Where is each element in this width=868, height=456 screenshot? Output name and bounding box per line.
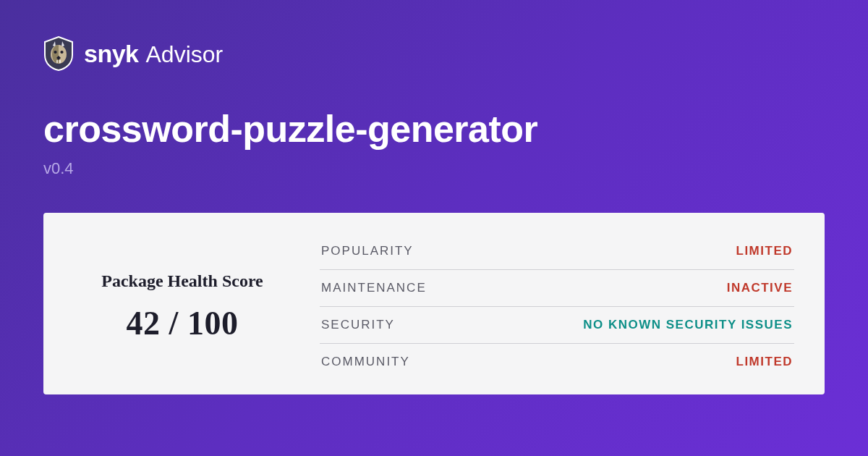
metric-row-security: SECURITY NO KNOWN SECURITY ISSUES xyxy=(320,307,794,344)
package-name: crossword-puzzle-generator xyxy=(43,107,825,151)
brand-text: snyk Advisor xyxy=(84,40,223,68)
metric-label: POPULARITY xyxy=(321,244,414,258)
health-card: Package Health Score 42 / 100 POPULARITY… xyxy=(43,213,825,394)
metric-row-maintenance: MAINTENANCE INACTIVE xyxy=(320,270,794,307)
snyk-logo-icon xyxy=(43,36,74,71)
metric-value: INACTIVE xyxy=(727,281,793,295)
svg-point-1 xyxy=(54,51,56,54)
metric-row-popularity: POPULARITY LIMITED xyxy=(320,233,794,270)
metrics-list: POPULARITY LIMITED MAINTENANCE INACTIVE … xyxy=(320,233,794,380)
score-block: Package Health Score 42 / 100 xyxy=(74,233,291,380)
metric-label: MAINTENANCE xyxy=(321,281,427,295)
svg-point-2 xyxy=(60,51,63,54)
score-value: 42 / 100 xyxy=(127,304,239,342)
metric-value: LIMITED xyxy=(736,244,793,258)
package-version: v0.4 xyxy=(43,159,825,178)
metric-label: COMMUNITY xyxy=(321,355,410,369)
page: snyk Advisor crossword-puzzle-generator … xyxy=(0,0,868,456)
metric-value: NO KNOWN SECURITY ISSUES xyxy=(583,318,793,332)
metric-label: SECURITY xyxy=(321,318,395,332)
brand-sub: Advisor xyxy=(146,41,224,68)
brand-name: snyk xyxy=(84,40,139,68)
brand-bar: snyk Advisor xyxy=(43,36,825,71)
score-label: Package Health Score xyxy=(101,271,263,291)
metric-row-community: COMMUNITY LIMITED xyxy=(320,344,794,380)
metric-value: LIMITED xyxy=(736,355,793,369)
